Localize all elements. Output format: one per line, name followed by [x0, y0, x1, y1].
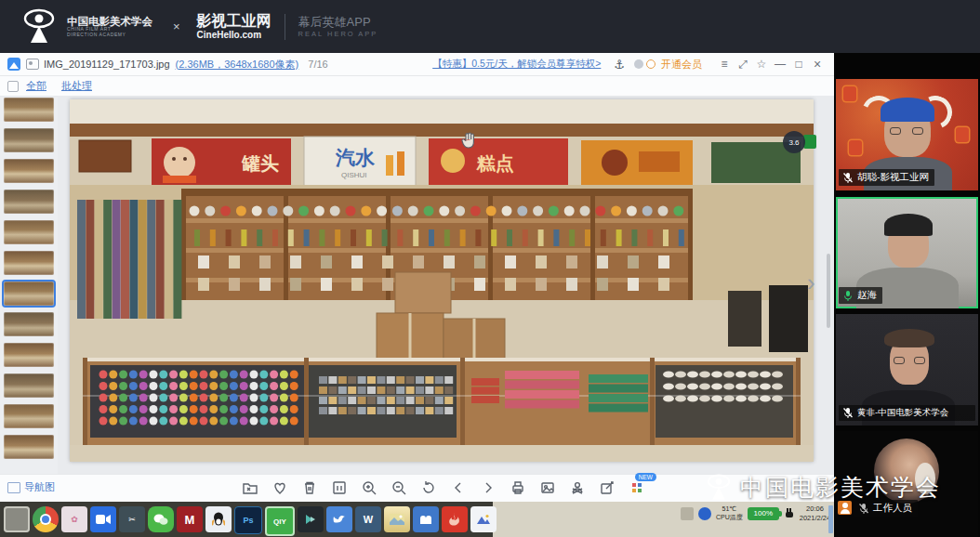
iqiyi-icon[interactable]: QIY	[265, 506, 295, 536]
mic-muted-icon	[842, 172, 854, 184]
cutout-person-icon[interactable]	[567, 478, 588, 498]
participant-video-tile[interactable]: 黄非-中国电影美术学会	[836, 314, 978, 426]
vip-badge-icon	[646, 59, 656, 69]
viewer-app-icon	[7, 58, 20, 71]
member-role-icon	[838, 501, 852, 515]
float-ball-badge[interactable]: 3.6	[783, 131, 805, 153]
brand-separator: ×	[173, 20, 180, 33]
tab-all[interactable]: 全部	[26, 79, 46, 93]
battery-indicator[interactable]: 100%	[748, 507, 779, 520]
taskbar-clock[interactable]: 20:06 2021/2/24	[800, 504, 830, 523]
arcs-app-icon[interactable]	[413, 506, 439, 532]
watermark-logo-icon	[705, 473, 733, 503]
edit-pencil-icon[interactable]	[597, 478, 617, 498]
desktop-grid-icon[interactable]	[4, 506, 30, 532]
navigation-map-toggle[interactable]: 导航图	[7, 480, 55, 494]
viewer-canvas: 罐头 汽水 QISHUI 糕点	[58, 96, 834, 474]
more-tools-icon[interactable]: NEW	[627, 478, 647, 498]
thumbnail-item[interactable]	[4, 312, 54, 336]
minimize-button[interactable]: —	[771, 58, 789, 71]
thumbnail-strip[interactable]	[2, 98, 58, 474]
svg-text:汽水: 汽水	[335, 147, 376, 168]
power-plug-icon	[784, 508, 795, 519]
next-icon[interactable]	[478, 478, 498, 498]
participant-name: 赵海	[857, 289, 877, 302]
float-ball-green-chip	[803, 135, 816, 149]
page-counter: 7/16	[308, 59, 327, 70]
thumbnail-item[interactable]	[4, 220, 54, 244]
scrollbar-thumb[interactable]	[827, 254, 830, 328]
image-viewer-window: IMG_20191129_171703.jpg (2.36MB，3648x168…	[0, 53, 834, 502]
red-app-icon[interactable]	[442, 506, 468, 532]
next-image-arrow[interactable]: ›	[807, 268, 815, 297]
watermark-text: 中国电影美术学会	[740, 472, 941, 503]
flower-scissors-icon[interactable]: ✿	[61, 506, 87, 532]
participant-video-tile-active[interactable]: 赵海	[836, 197, 978, 308]
maximize-button[interactable]: □	[789, 58, 808, 71]
mic-active-icon	[842, 290, 854, 302]
promo-link[interactable]: 【特惠】0.5元/天，解锁会员尊享特权>	[432, 58, 601, 71]
actual-size-icon[interactable]	[329, 478, 350, 498]
brand-divider	[285, 14, 285, 40]
tray-blue-icon[interactable]	[698, 507, 711, 520]
photoshop-icon[interactable]: Ps	[234, 506, 262, 534]
capture-tool-icon[interactable]: ✂	[119, 506, 145, 532]
thumbnail-item[interactable]	[4, 343, 54, 367]
participant-name: 黄非-中国电影美术学会	[857, 407, 948, 419]
thumbnail-item[interactable]	[4, 373, 54, 398]
chrome-icon[interactable]	[33, 506, 59, 532]
cpu-temperature: 51℃ CPU温度	[716, 505, 743, 522]
qq-icon[interactable]	[205, 506, 232, 532]
vip-badge-icon	[634, 59, 643, 69]
academy-subtitle-2: DIRECTION ACADEMY	[67, 33, 152, 38]
tab-batch[interactable]: 批处理	[61, 79, 92, 93]
thumbnail-item[interactable]	[4, 159, 54, 183]
hero-app-subtitle: REAL HERO APP	[298, 30, 378, 38]
photos-app-icon[interactable]	[384, 506, 410, 532]
close-button[interactable]: ×	[808, 57, 827, 72]
wechat-icon[interactable]	[148, 506, 174, 532]
delete-trash-icon[interactable]	[299, 478, 320, 498]
store-photo-graphic: 罐头 汽水 QISHUI 糕点	[70, 99, 814, 462]
zoom-out-icon[interactable]	[389, 478, 409, 498]
menu-button[interactable]: ≡	[715, 58, 734, 71]
gallery-app-icon[interactable]	[470, 506, 497, 532]
meeting-camera-icon[interactable]	[90, 506, 116, 532]
anchor-icon[interactable]: ⚓	[614, 58, 625, 72]
favorite-heart-icon[interactable]	[270, 478, 290, 498]
bird-app-icon[interactable]	[326, 506, 352, 532]
fullscreen-button[interactable]: ⤢	[734, 58, 752, 71]
photo-store-interior[interactable]: 罐头 汽水 QISHUI 糕点	[70, 99, 814, 462]
participant-video-tile[interactable]: 胡聪-影视工业网	[836, 79, 978, 190]
list-view-icon[interactable]	[7, 81, 19, 92]
thumbnail-item[interactable]	[4, 435, 54, 459]
meeting-participant-panel: 胡聪-影视工业网 赵海 黄非-中国电影美术学会 工作人员	[834, 53, 980, 537]
image-convert-icon[interactable]	[537, 478, 558, 498]
previous-icon[interactable]	[448, 478, 469, 498]
pin-button[interactable]: ☆	[752, 58, 771, 71]
cinehello-subtitle: CineHello.com	[197, 30, 271, 40]
viewer-toolbar: NEW	[240, 478, 647, 498]
svg-text:罐头: 罐头	[241, 153, 279, 174]
navigation-map-icon	[7, 482, 20, 493]
file-icon	[26, 59, 39, 70]
participant-name: 胡聪-影视工业网	[857, 171, 929, 184]
rotate-icon[interactable]	[418, 478, 439, 498]
open-folder-icon[interactable]	[240, 478, 260, 498]
thumbnail-item[interactable]	[4, 282, 54, 306]
m-app-icon[interactable]: M	[177, 506, 203, 532]
zoom-in-icon[interactable]	[359, 478, 379, 498]
print-icon[interactable]	[508, 478, 528, 498]
media-arrow-icon[interactable]	[298, 506, 324, 532]
wiz-note-icon[interactable]: W	[355, 506, 381, 532]
thumbnail-item[interactable]	[4, 128, 54, 152]
show-desktop-button[interactable]	[828, 505, 833, 533]
file-info-link[interactable]: (2.36MB，3648x1680像素)	[176, 58, 299, 72]
thumbnail-item[interactable]	[4, 190, 54, 214]
open-vip-button[interactable]: 开通会员	[661, 58, 702, 72]
system-tray: 51℃ CPU温度 100% 20:06 2021/2/24	[681, 504, 830, 523]
thumbnail-item[interactable]	[4, 98, 54, 122]
thumbnail-item[interactable]	[4, 404, 54, 428]
tray-input-icon[interactable]	[681, 507, 694, 520]
thumbnail-item[interactable]	[4, 251, 54, 275]
